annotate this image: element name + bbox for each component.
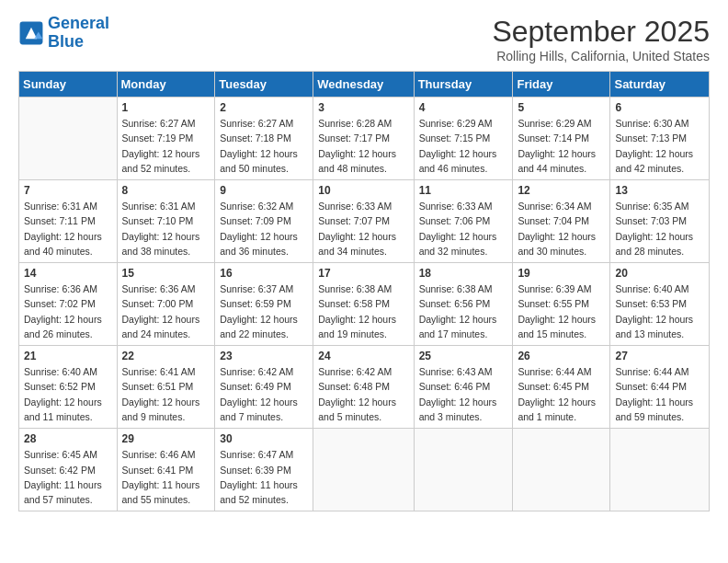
weekday-header: Friday [513, 72, 610, 98]
sun-info: Sunrise: 6:34 AM Sunset: 7:04 PM Dayligh… [518, 199, 605, 259]
calendar-cell: 18Sunrise: 6:38 AM Sunset: 6:56 PM Dayli… [414, 263, 513, 346]
day-number: 17 [318, 267, 408, 280]
title-block: September 2025 Rolling Hills, California… [492, 15, 710, 63]
sun-info: Sunrise: 6:41 AM Sunset: 6:51 PM Dayligh… [122, 364, 210, 424]
day-number: 16 [220, 267, 308, 280]
sun-info: Sunrise: 6:36 AM Sunset: 7:00 PM Dayligh… [122, 282, 210, 341]
day-number: 25 [419, 350, 508, 362]
calendar-header: SundayMondayTuesdayWednesdayThursdayFrid… [19, 72, 710, 98]
calendar-cell: 5Sunrise: 6:29 AM Sunset: 7:14 PM Daylig… [513, 98, 610, 180]
calendar-cell: 30Sunrise: 6:47 AM Sunset: 6:39 PM Dayli… [215, 429, 313, 511]
sun-info: Sunrise: 6:27 AM Sunset: 7:19 PM Dayligh… [122, 116, 210, 176]
calendar-cell [414, 429, 513, 511]
calendar-table: SundayMondayTuesdayWednesdayThursdayFrid… [18, 71, 710, 511]
sun-info: Sunrise: 6:33 AM Sunset: 7:06 PM Dayligh… [419, 199, 508, 259]
calendar-cell: 14Sunrise: 6:36 AM Sunset: 7:02 PM Dayli… [19, 263, 118, 346]
day-number: 24 [318, 350, 408, 362]
weekday-header: Saturday [610, 72, 710, 98]
calendar-cell: 28Sunrise: 6:45 AM Sunset: 6:42 PM Dayli… [19, 429, 118, 511]
sun-info: Sunrise: 6:28 AM Sunset: 7:17 PM Dayligh… [318, 116, 408, 176]
sun-info: Sunrise: 6:42 AM Sunset: 6:49 PM Dayligh… [220, 364, 308, 424]
day-number: 29 [122, 432, 210, 445]
day-number: 20 [615, 267, 704, 280]
calendar-cell: 13Sunrise: 6:35 AM Sunset: 7:03 PM Dayli… [610, 180, 710, 263]
day-number: 15 [122, 267, 210, 280]
calendar-week-row: 28Sunrise: 6:45 AM Sunset: 6:42 PM Dayli… [19, 429, 710, 511]
sun-info: Sunrise: 6:33 AM Sunset: 7:07 PM Dayligh… [318, 199, 408, 259]
sun-info: Sunrise: 6:29 AM Sunset: 7:15 PM Dayligh… [419, 116, 508, 176]
calendar-week-row: 14Sunrise: 6:36 AM Sunset: 7:02 PM Dayli… [19, 263, 710, 346]
sun-info: Sunrise: 6:38 AM Sunset: 6:58 PM Dayligh… [318, 282, 408, 341]
calendar-week-row: 1Sunrise: 6:27 AM Sunset: 7:19 PM Daylig… [19, 98, 710, 180]
calendar-cell: 6Sunrise: 6:30 AM Sunset: 7:13 PM Daylig… [610, 98, 710, 180]
sun-info: Sunrise: 6:31 AM Sunset: 7:10 PM Dayligh… [122, 199, 210, 259]
calendar-week-row: 21Sunrise: 6:40 AM Sunset: 6:52 PM Dayli… [19, 346, 710, 429]
weekday-header: Sunday [19, 72, 118, 98]
sun-info: Sunrise: 6:39 AM Sunset: 6:55 PM Dayligh… [518, 282, 605, 341]
calendar-cell: 10Sunrise: 6:33 AM Sunset: 7:07 PM Dayli… [313, 180, 414, 263]
day-number: 13 [615, 184, 704, 197]
calendar-cell: 2Sunrise: 6:27 AM Sunset: 7:18 PM Daylig… [215, 98, 313, 180]
calendar-cell [19, 98, 118, 180]
day-number: 1 [122, 101, 210, 114]
sun-info: Sunrise: 6:38 AM Sunset: 6:56 PM Dayligh… [419, 282, 508, 341]
day-number: 7 [24, 184, 112, 197]
day-number: 10 [318, 184, 408, 197]
calendar-cell: 19Sunrise: 6:39 AM Sunset: 6:55 PM Dayli… [513, 263, 610, 346]
weekday-header: Monday [117, 72, 215, 98]
day-number: 21 [24, 350, 112, 362]
sun-info: Sunrise: 6:47 AM Sunset: 6:39 PM Dayligh… [220, 447, 308, 507]
day-number: 22 [122, 350, 210, 362]
calendar-cell: 26Sunrise: 6:44 AM Sunset: 6:45 PM Dayli… [513, 346, 610, 429]
calendar-cell [610, 429, 710, 511]
calendar-cell: 23Sunrise: 6:42 AM Sunset: 6:49 PM Dayli… [215, 346, 313, 429]
logo-icon [18, 20, 44, 46]
calendar-cell: 9Sunrise: 6:32 AM Sunset: 7:09 PM Daylig… [215, 180, 313, 263]
sun-info: Sunrise: 6:35 AM Sunset: 7:03 PM Dayligh… [615, 199, 704, 259]
day-number: 3 [318, 101, 408, 114]
day-number: 18 [419, 267, 508, 280]
calendar-cell: 29Sunrise: 6:46 AM Sunset: 6:41 PM Dayli… [117, 429, 215, 511]
day-number: 11 [419, 184, 508, 197]
sun-info: Sunrise: 6:45 AM Sunset: 6:42 PM Dayligh… [24, 447, 112, 507]
weekday-header: Thursday [414, 72, 513, 98]
day-number: 9 [220, 184, 308, 197]
weekday-header: Tuesday [215, 72, 313, 98]
sun-info: Sunrise: 6:30 AM Sunset: 7:13 PM Dayligh… [615, 116, 704, 176]
day-number: 30 [220, 432, 308, 445]
calendar-cell: 27Sunrise: 6:44 AM Sunset: 6:44 PM Dayli… [610, 346, 710, 429]
calendar-cell: 4Sunrise: 6:29 AM Sunset: 7:15 PM Daylig… [414, 98, 513, 180]
calendar-cell: 25Sunrise: 6:43 AM Sunset: 6:46 PM Dayli… [414, 346, 513, 429]
calendar-cell: 12Sunrise: 6:34 AM Sunset: 7:04 PM Dayli… [513, 180, 610, 263]
calendar-cell [313, 429, 414, 511]
sun-info: Sunrise: 6:44 AM Sunset: 6:45 PM Dayligh… [518, 364, 605, 424]
calendar-cell: 24Sunrise: 6:42 AM Sunset: 6:48 PM Dayli… [313, 346, 414, 429]
sun-info: Sunrise: 6:31 AM Sunset: 7:11 PM Dayligh… [24, 199, 112, 259]
calendar-cell: 3Sunrise: 6:28 AM Sunset: 7:17 PM Daylig… [313, 98, 414, 180]
day-number: 8 [122, 184, 210, 197]
calendar-cell: 17Sunrise: 6:38 AM Sunset: 6:58 PM Dayli… [313, 263, 414, 346]
day-number: 27 [615, 350, 704, 362]
calendar-cell: 1Sunrise: 6:27 AM Sunset: 7:19 PM Daylig… [117, 98, 215, 180]
sun-info: Sunrise: 6:46 AM Sunset: 6:41 PM Dayligh… [122, 447, 210, 507]
sun-info: Sunrise: 6:40 AM Sunset: 6:52 PM Dayligh… [24, 364, 112, 424]
day-number: 14 [24, 267, 112, 280]
day-number: 12 [518, 184, 605, 197]
sun-info: Sunrise: 6:37 AM Sunset: 6:59 PM Dayligh… [220, 282, 308, 341]
day-number: 23 [220, 350, 308, 362]
calendar-cell: 8Sunrise: 6:31 AM Sunset: 7:10 PM Daylig… [117, 180, 215, 263]
logo-line2: Blue [48, 32, 84, 51]
sun-info: Sunrise: 6:29 AM Sunset: 7:14 PM Dayligh… [518, 116, 605, 176]
day-number: 4 [419, 101, 508, 114]
calendar-cell: 15Sunrise: 6:36 AM Sunset: 7:00 PM Dayli… [117, 263, 215, 346]
sun-info: Sunrise: 6:42 AM Sunset: 6:48 PM Dayligh… [318, 364, 408, 424]
logo-line1: General [48, 14, 109, 32]
day-number: 5 [518, 101, 605, 114]
month-title: September 2025 [492, 15, 710, 49]
logo: General Blue [18, 15, 109, 52]
calendar-cell: 11Sunrise: 6:33 AM Sunset: 7:06 PM Dayli… [414, 180, 513, 263]
page-header: General Blue September 2025 Rolling Hill… [18, 15, 710, 63]
sun-info: Sunrise: 6:40 AM Sunset: 6:53 PM Dayligh… [615, 282, 704, 341]
sun-info: Sunrise: 6:27 AM Sunset: 7:18 PM Dayligh… [220, 116, 308, 176]
sun-info: Sunrise: 6:43 AM Sunset: 6:46 PM Dayligh… [419, 364, 508, 424]
